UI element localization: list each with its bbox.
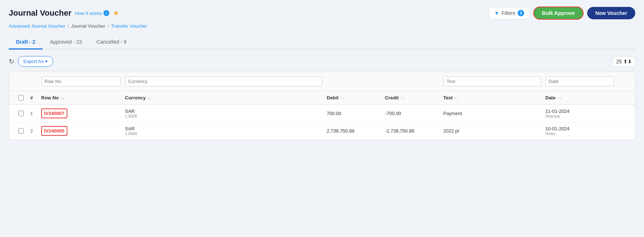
filter-date-input[interactable] [545,76,614,86]
row1-rowno-cell: IV240007 [39,105,123,122]
header-rowno[interactable]: Row No ↑↓ [39,91,123,104]
table-row: 1 IV240007 SAR 1.0000 700.00 -700.00 Pay… [9,105,635,122]
export-button[interactable]: Export As ▾ [18,56,53,67]
filters-label: Filters [502,10,515,16]
row2-rowno-cell: IV240005 [39,122,123,139]
header-credit[interactable]: Credit ↑↓ [383,91,441,104]
header-right: ▼ Filters 3 Bulk Approve New Voucher [489,7,635,20]
per-page-select[interactable]: 25 ⬆⬇ [613,56,635,67]
filter-text-cell [441,75,543,88]
row2-checkbox-cell [13,125,28,137]
sort-date-icon: ↑↓ [557,96,561,100]
export-label: Export As [23,59,44,64]
header-debit[interactable]: Debit ↑↓ [325,91,383,104]
row1-extra [616,110,631,117]
filter-text-input[interactable] [443,76,541,86]
how-it-works-link[interactable]: How it works i [75,10,109,16]
tab-approved[interactable]: Approved - 23 [43,35,89,50]
header-text[interactable]: Text ↑↓ [441,91,543,104]
filter-currency-cell [123,75,325,88]
sort-text-icon: ↑↓ [455,96,459,100]
tab-cancelled[interactable]: Cancelled - 9 [89,35,134,50]
row2-extra [616,127,631,135]
row2-date: 10-01-2024 [545,126,614,131]
row2-currency: SAR [125,126,322,131]
filter-row [9,72,635,91]
breadcrumb: Advanced Journal Voucher / Journal Vouch… [9,23,635,29]
filter-icon: ▼ [494,10,499,16]
breadcrumb-sep-2: / [107,23,109,29]
toolbar-left: ↻ Export As ▾ [9,56,53,67]
column-header-row: # Row No ↑↓ Currency ↑↓ Debit ↑↓ Credit … [9,91,635,105]
select-all-checkbox[interactable] [18,95,24,100]
row2-rowno[interactable]: IV240005 [41,126,67,136]
filters-badge: 3 [518,10,524,16]
row1-num: 1 [28,107,39,120]
row2-currency-cell: SAR 1.0000 [123,122,325,139]
header-extra [616,91,631,104]
sort-currency-icon: ↑↓ [148,96,152,100]
row2-date-cell: 10-01-2024 Rolex [543,122,616,139]
row2-debit: 2,738,750.88 [325,125,383,137]
sort-rowno-icon: ↑↓ [60,96,64,100]
row1-date-sub: Shaniya [545,114,614,118]
row1-checkbox[interactable] [18,111,24,116]
header-date[interactable]: Date ↑↓ [543,91,616,104]
row1-currency-cell: SAR 1.0000 [123,105,325,122]
filter-date-cell [543,75,616,88]
row1-rowno[interactable]: IV240007 [41,108,67,118]
filter-checkbox-cell [13,75,28,88]
header-num: # [28,91,39,104]
tabs-container: Draft - 2 Approved - 23 Cancelled - 9 [9,35,635,50]
row1-date-cell: 11-01-2024 Shaniya [543,105,616,122]
row2-num: 2 [28,125,39,137]
tab-draft[interactable]: Draft - 2 [9,35,43,50]
row1-currency-sub: 1.0000 [125,114,322,118]
refresh-button[interactable]: ↻ [9,58,14,66]
breadcrumb-link-3[interactable]: Transfer Voucher [111,23,147,29]
breadcrumb-sep-1: / [67,23,69,29]
header-currency[interactable]: Currency ↑↓ [123,91,325,104]
info-icon: i [103,10,109,16]
row2-checkbox[interactable] [18,128,24,134]
sort-debit-icon: ↑↓ [341,96,345,100]
row2-credit: -2,738,750.88 [383,125,441,137]
breadcrumb-link-2: Journal Voucher [71,23,105,29]
row1-checkbox-cell [13,107,28,120]
row2-date-sub: Rolex [545,131,614,136]
row2-currency-sub: 1.0000 [125,131,322,136]
toolbar: ↻ Export As ▾ 25 ⬆⬇ [9,56,635,67]
header-left: Journal Voucher How it works i ★ [9,8,119,18]
row1-debit: 700.00 [325,107,383,120]
star-icon[interactable]: ★ [113,9,119,17]
header-checkbox-cell [13,91,28,104]
row2-text: 2022 pr [441,125,543,137]
new-voucher-button[interactable]: New Voucher [587,7,635,19]
breadcrumb-link-1[interactable]: Advanced Journal Voucher [9,23,65,29]
filter-num-cell [28,75,39,88]
row1-text: Payment [441,107,543,120]
export-chevron-icon: ▾ [45,59,48,64]
row1-date: 11-01-2024 [545,108,614,114]
how-it-works-label: How it works [75,11,102,16]
filter-rowno-input[interactable] [41,76,121,86]
sort-credit-icon: ↑↓ [401,96,405,100]
page-wrapper: Journal Voucher How it works i ★ ▼ Filte… [0,0,644,237]
page-title: Journal Voucher [9,8,71,18]
table-container: # Row No ↑↓ Currency ↑↓ Debit ↑↓ Credit … [9,72,635,140]
table-row: 2 IV240005 SAR 1.0000 2,738,750.88 -2,73… [9,122,635,140]
per-page-chevron-icon: ⬆⬇ [623,59,632,64]
filter-rowno-cell [39,75,123,88]
per-page-value: 25 [616,59,622,64]
filter-currency-input[interactable] [125,76,322,86]
header: Journal Voucher How it works i ★ ▼ Filte… [9,7,635,20]
filter-extra-cell [616,75,631,88]
filter-debit-cell [325,75,383,88]
filters-button[interactable]: ▼ Filters 3 [489,7,530,19]
row1-credit: -700.00 [383,107,441,120]
bulk-approve-button[interactable]: Bulk Approve [533,7,584,20]
row1-currency: SAR [125,108,322,114]
filter-credit-cell [383,75,441,88]
